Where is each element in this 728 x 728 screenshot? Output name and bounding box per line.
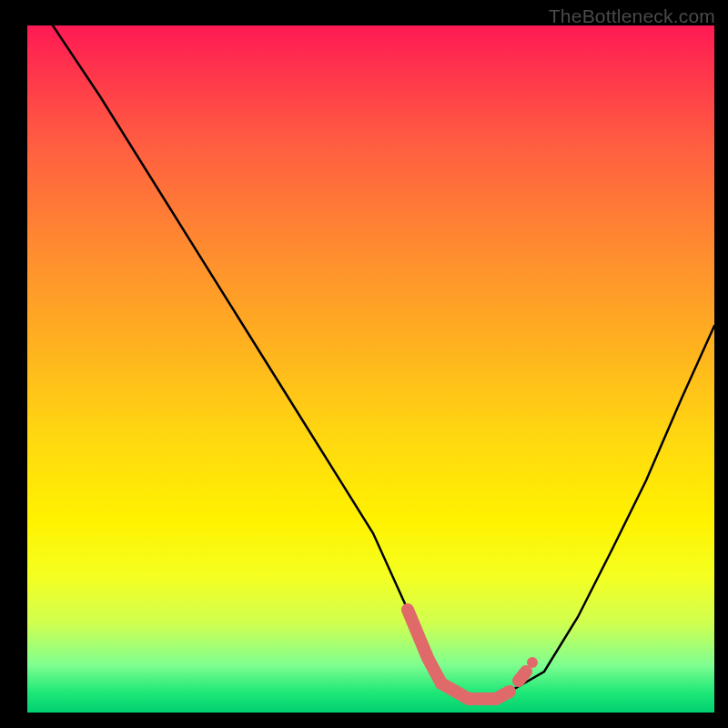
- curve-path: [53, 25, 714, 699]
- marker-dot: [527, 657, 538, 668]
- bottleneck-curve: [27, 25, 714, 713]
- watermark-text: TheBottleneck.com: [549, 5, 715, 27]
- optimal-range-marker: [408, 610, 526, 699]
- chart-frame: TheBottleneck.com: [0, 0, 728, 728]
- chart-plot-area: [27, 25, 714, 713]
